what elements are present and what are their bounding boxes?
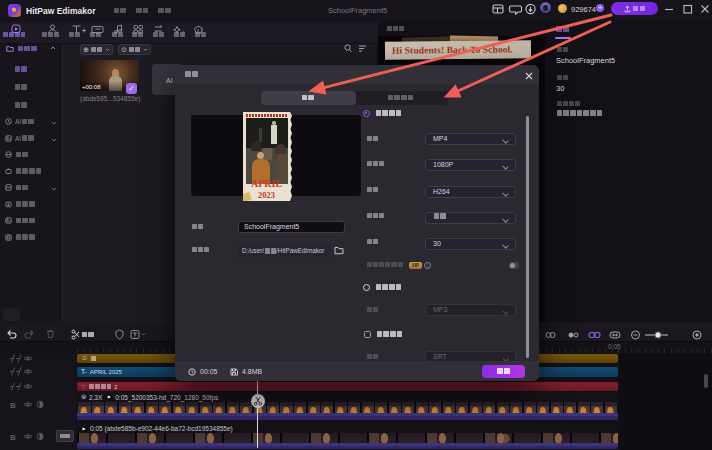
svg-text:B: B [10,401,16,410]
svg-text:B: B [10,433,16,442]
